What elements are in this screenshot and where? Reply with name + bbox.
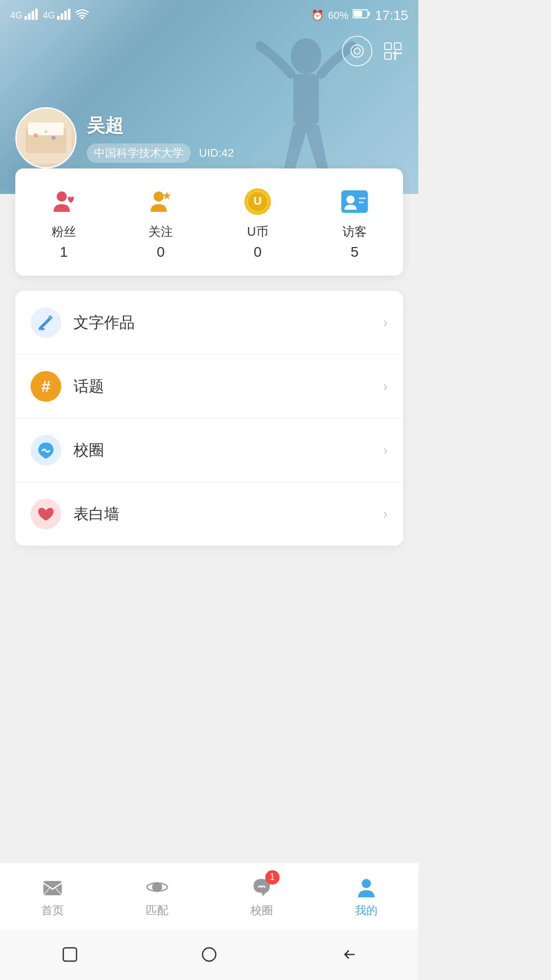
text-works-arrow: ›	[383, 314, 388, 331]
follow-label: 关注	[148, 224, 173, 240]
fans-label: 粉丝	[52, 224, 76, 240]
campus-circle-icon: 1	[249, 874, 274, 900]
svg-rect-16	[385, 43, 391, 50]
hero-section: 4G 4G ⏰ 60%	[0, 0, 418, 194]
svg-rect-34	[359, 198, 366, 199]
battery-icon	[353, 9, 371, 22]
menu-item-topic[interactable]: # 话题 ›	[15, 355, 403, 419]
battery-percent: 60%	[328, 10, 348, 21]
grid-icon[interactable]	[378, 36, 408, 66]
visitor-icon	[337, 184, 372, 219]
menu-item-confession[interactable]: 表白墙 ›	[15, 482, 403, 546]
alarm-icon: ⏰	[311, 9, 324, 21]
follow-icon	[143, 184, 179, 219]
sys-nav-square[interactable]	[55, 939, 85, 970]
content-area: 粉丝 1 关注 0 U U币 0	[0, 168, 418, 683]
stat-fans[interactable]: 粉丝 1	[15, 184, 112, 260]
menu-item-text-works[interactable]: 文字作品 ›	[15, 291, 403, 355]
mine-label: 我的	[355, 903, 378, 918]
svg-point-38	[40, 329, 42, 330]
network-indicator: 4G	[10, 10, 22, 21]
confession-label: 表白墙	[73, 504, 383, 525]
system-nav	[0, 929, 418, 980]
fans-value: 1	[60, 244, 68, 260]
svg-point-24	[34, 133, 38, 137]
menu-item-campus[interactable]: 校圈 ›	[15, 419, 403, 482]
svg-point-27	[57, 191, 67, 202]
topic-icon: #	[31, 371, 61, 402]
hero-icons	[342, 36, 408, 66]
svg-rect-5	[35, 9, 38, 20]
nav-mine[interactable]: 我的	[314, 874, 418, 918]
status-left: 4G 4G	[10, 9, 89, 22]
svg-text:U: U	[254, 194, 262, 207]
svg-point-26	[52, 136, 56, 140]
svg-point-44	[362, 879, 371, 888]
svg-point-28	[154, 191, 164, 202]
status-bar: 4G 4G ⏰ 60%	[0, 0, 418, 31]
home-icon	[40, 874, 65, 900]
svg-point-46	[203, 948, 216, 961]
avatar[interactable]	[15, 107, 77, 168]
campus-arrow: ›	[383, 442, 388, 458]
coin-icon: U	[240, 184, 276, 219]
coin-label: U币	[247, 224, 268, 240]
svg-rect-8	[64, 11, 67, 20]
svg-point-40	[43, 329, 45, 330]
stat-follow[interactable]: 关注 0	[112, 184, 209, 260]
confession-icon	[31, 499, 61, 529]
menu-card: 文字作品 › # 话题 › 校圈 ›	[15, 291, 403, 546]
svg-point-15	[351, 45, 363, 57]
follow-value: 0	[157, 244, 165, 260]
signal-bars	[24, 9, 39, 22]
svg-point-10	[82, 18, 83, 19]
svg-rect-13	[354, 11, 362, 17]
svg-rect-3	[28, 13, 31, 20]
bottom-nav: 首页 匹配 1 校圈	[0, 863, 418, 929]
coin-value: 0	[254, 244, 262, 260]
camera-icon[interactable]	[342, 36, 372, 66]
nav-campus-circle[interactable]: 1 校圈	[209, 874, 314, 918]
svg-rect-18	[385, 53, 391, 59]
user-info: 吴超 中国科学技术大学 UID:42	[15, 107, 234, 168]
mine-icon	[354, 874, 379, 900]
svg-rect-20	[393, 53, 402, 54]
svg-point-39	[42, 329, 43, 331]
home-label: 首页	[41, 903, 64, 918]
svg-point-14	[354, 48, 360, 54]
stat-visitor[interactable]: 访客 5	[306, 184, 403, 260]
campus-label: 校圈	[73, 440, 383, 461]
visitor-value: 5	[350, 244, 359, 260]
confession-arrow: ›	[383, 506, 388, 522]
visitor-label: 访客	[342, 224, 367, 240]
topic-arrow: ›	[383, 378, 388, 395]
fans-icon	[46, 184, 82, 219]
sys-nav-circle[interactable]	[194, 939, 224, 970]
nav-home[interactable]: 首页	[0, 874, 105, 918]
match-label: 匹配	[146, 903, 168, 918]
campus-circle-label: 校圈	[251, 903, 273, 918]
text-works-label: 文字作品	[73, 312, 383, 333]
svg-rect-12	[368, 12, 370, 16]
stats-card: 粉丝 1 关注 0 U U币 0	[15, 168, 403, 276]
text-works-icon	[31, 307, 61, 338]
svg-point-0	[291, 38, 321, 74]
user-meta: 中国科学技术大学 UID:42	[87, 143, 234, 163]
stat-coin[interactable]: U U币 0	[209, 184, 306, 260]
sys-nav-back[interactable]	[333, 939, 364, 970]
svg-rect-1	[293, 74, 319, 125]
time-display: 17:15	[375, 8, 408, 23]
topic-label: 话题	[73, 376, 383, 397]
signal-bars2	[57, 9, 71, 22]
user-school: 中国科学技术大学	[87, 143, 191, 163]
match-icon	[144, 874, 170, 900]
svg-rect-23	[28, 122, 64, 135]
nav-match[interactable]: 匹配	[105, 874, 209, 918]
svg-rect-6	[57, 16, 60, 20]
username: 吴超	[87, 113, 234, 138]
status-right: ⏰ 60% 17:15	[311, 8, 408, 23]
svg-point-33	[346, 195, 355, 204]
campus-circle-badge: 1	[265, 870, 280, 885]
svg-rect-9	[68, 9, 70, 20]
user-uid: UID:42	[199, 146, 234, 160]
